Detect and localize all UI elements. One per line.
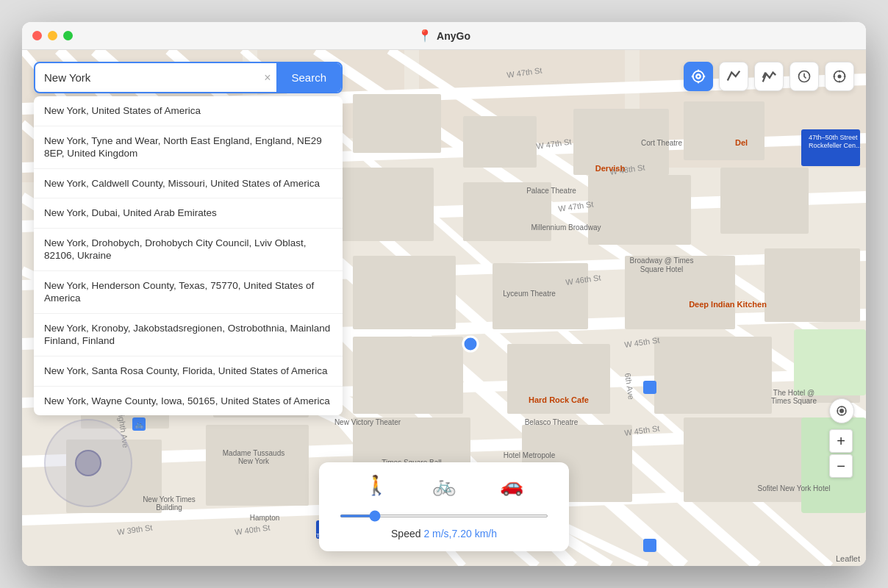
bike-mode-button[interactable]: 🚲: [432, 474, 456, 497]
car-mode-button[interactable]: 🚗: [500, 474, 523, 497]
search-panel: New York × Search New York, United State…: [34, 62, 343, 415]
svg-text:New York Times: New York Times: [143, 495, 196, 503]
joystick[interactable]: [44, 419, 132, 507]
svg-point-107: [840, 409, 844, 413]
svg-text:Hard Rock Cafe: Hard Rock Cafe: [529, 395, 589, 404]
svg-rect-31: [338, 168, 434, 241]
search-result-item[interactable]: New York, United States of America: [34, 96, 343, 126]
svg-text:Times Square: Times Square: [771, 397, 817, 405]
search-input[interactable]: New York: [35, 64, 258, 91]
svg-rect-28: [684, 101, 765, 160]
svg-rect-37: [353, 256, 456, 329]
search-result-item[interactable]: New York, Caldwell County, Missouri, Uni…: [34, 169, 343, 199]
svg-text:The Hotel @: The Hotel @: [773, 389, 814, 397]
speed-slider[interactable]: [340, 514, 548, 517]
clear-button[interactable]: ×: [258, 72, 276, 84]
speed-panel: 🚶 🚲 🚗 Speed 2 m/s,7.20 km/h: [319, 462, 569, 551]
svg-rect-34: [720, 168, 809, 234]
route-button[interactable]: [719, 62, 748, 91]
svg-text:New Victory Theater: New Victory Theater: [334, 418, 401, 426]
transport-modes: 🚶 🚲 🚗: [340, 474, 548, 497]
svg-rect-40: [765, 248, 860, 322]
svg-rect-93: [643, 539, 656, 552]
svg-text:Square Hotel: Square Hotel: [640, 265, 683, 273]
svg-point-103: [693, 71, 704, 82]
search-result-item[interactable]: New York, Henderson County, Texas, 75770…: [34, 271, 343, 314]
svg-text:Palace Theatre: Palace Theatre: [526, 187, 576, 195]
zoom-controls: + −: [829, 398, 854, 478]
speed-label: Speed: [391, 528, 420, 539]
svg-rect-92: [643, 381, 656, 394]
history-button[interactable]: [789, 62, 819, 91]
svg-point-94: [463, 337, 478, 351]
search-result-item[interactable]: New York, Santa Rosa County, Florida, Un…: [34, 356, 343, 387]
svg-rect-45: [654, 337, 772, 414]
svg-text:Lyceum Theatre: Lyceum Theatre: [503, 290, 556, 298]
location-mode-button[interactable]: [684, 62, 713, 91]
maximize-button[interactable]: [63, 31, 73, 40]
multi-route-button[interactable]: [754, 62, 784, 91]
svg-text:Sofitel New York Hotel: Sofitel New York Hotel: [758, 484, 831, 492]
traffic-lights: [32, 31, 73, 40]
svg-text:Cort Theatre: Cort Theatre: [641, 139, 682, 147]
svg-text:Del: Del: [735, 138, 748, 147]
svg-rect-33: [588, 175, 691, 245]
svg-rect-43: [353, 337, 463, 414]
svg-rect-26: [463, 116, 537, 168]
svg-text:Hotel Metropole: Hotel Metropole: [504, 451, 556, 459]
svg-text:47th–50th Street: 47th–50th Street: [809, 134, 858, 141]
app-pin-icon: 📍: [418, 29, 432, 43]
search-bar: New York × Search: [34, 62, 343, 93]
my-location-button[interactable]: [829, 398, 854, 423]
svg-text:Millennium Broadway: Millennium Broadway: [531, 223, 601, 232]
app-title: 📍 AnyGo: [418, 29, 470, 43]
svg-text:Dervish: Dervish: [595, 164, 626, 173]
svg-text:Madame Tussauds: Madame Tussauds: [223, 449, 285, 457]
app-window: 📍 AnyGo: [22, 22, 866, 566]
svg-text:🚲: 🚲: [135, 420, 144, 429]
walk-mode-button[interactable]: 🚶: [365, 474, 388, 497]
speed-value: 2 m/s,7.20 km/h: [423, 528, 497, 539]
map-area[interactable]: W 47th St W 47th St W 47th St W 46th St …: [22, 50, 866, 566]
map-toolbar: [684, 62, 854, 91]
zoom-out-button[interactable]: −: [829, 454, 853, 478]
leaflet-credit: Leaflet: [836, 554, 860, 563]
svg-text:Belasco Theatre: Belasco Theatre: [525, 418, 579, 426]
search-result-item[interactable]: New York, Wayne County, Iowa, 50165, Uni…: [34, 387, 343, 416]
zoom-in-button[interactable]: +: [829, 429, 853, 453]
svg-text:Hampton: Hampton: [250, 514, 280, 522]
search-result-item[interactable]: New York, Drohobych, Drohobych City Coun…: [34, 229, 343, 271]
speed-slider-container: [340, 507, 548, 520]
close-button[interactable]: [32, 31, 42, 40]
minimize-button[interactable]: [48, 31, 57, 40]
svg-text:Building: Building: [156, 503, 182, 512]
svg-text:Deep Indian Kitchen: Deep Indian Kitchen: [689, 300, 767, 309]
joystick-inner[interactable]: [75, 450, 101, 476]
joystick-outer[interactable]: [44, 419, 132, 507]
svg-rect-53: [794, 329, 866, 395]
search-result-item[interactable]: New York, Dubai, United Arab Emirates: [34, 198, 343, 229]
svg-point-106: [838, 75, 840, 77]
titlebar: 📍 AnyGo: [22, 22, 866, 50]
speed-display: Speed 2 m/s,7.20 km/h: [340, 528, 548, 539]
compass-button[interactable]: [825, 62, 854, 91]
svg-rect-48: [206, 425, 309, 506]
search-button[interactable]: Search: [276, 63, 341, 92]
search-results-dropdown: New York, United States of AmericaNew Yo…: [34, 96, 343, 415]
svg-point-102: [696, 74, 701, 79]
app-title-text: AnyGo: [437, 30, 470, 42]
svg-text:Rockefeller Cen...: Rockefeller Cen...: [809, 142, 862, 149]
svg-text:New York: New York: [238, 457, 270, 465]
search-result-item[interactable]: New York, Kronoby, Jakobstadsregionen, O…: [34, 314, 343, 356]
svg-text:Broadway @ Times: Broadway @ Times: [630, 257, 694, 265]
svg-rect-25: [353, 94, 441, 153]
search-result-item[interactable]: New York, Tyne and Wear, North East Engl…: [34, 126, 343, 169]
